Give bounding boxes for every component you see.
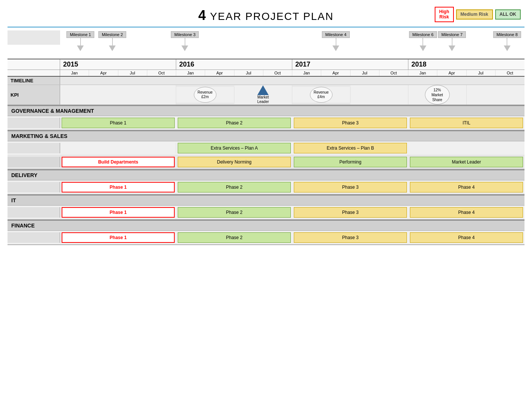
- mkt-extra-plan-a[interactable]: Extra Services – Plan A: [176, 143, 292, 153]
- marketing-header-label: MARKETING & SALES: [8, 131, 524, 141]
- main-content: :root { --lw: 140px; --cw: calc((100% - …: [8, 30, 524, 245]
- year-2015: 2015: [60, 59, 176, 70]
- header: 4 YEAR PROJECT PLAN HighRisk Medium Risk…: [8, 4, 524, 25]
- mkt-build-dept[interactable]: Build Departments: [60, 157, 176, 167]
- it-phase3[interactable]: Phase 3: [292, 207, 408, 218]
- fin-phase2[interactable]: Phase 2: [176, 232, 292, 243]
- milestone-1: Milestone 1: [66, 31, 94, 51]
- milestone-overlay: :root { --lw: 140px; --cw: calc((100% - …: [8, 30, 524, 59]
- month-apr-3: Apr: [321, 70, 350, 76]
- month-jul-4: Jul: [467, 70, 496, 76]
- del-phase1[interactable]: Phase 1: [60, 182, 176, 192]
- fin-phase3[interactable]: Phase 3: [292, 232, 408, 243]
- year-2017: 2017: [292, 59, 408, 70]
- fin-phase4[interactable]: Phase 4: [408, 232, 524, 243]
- marketing-row-2: Build Departments Delivery Norming Perfo…: [8, 155, 524, 170]
- finance-row-1: Phase 1 Phase 2 Phase 3 Phase 4: [8, 231, 524, 245]
- gov-phase3[interactable]: Phase 3: [292, 118, 408, 128]
- year-2016: 2016: [176, 59, 292, 70]
- it-phase1[interactable]: Phase 1: [60, 207, 176, 218]
- it-row-1: Phase 1 Phase 2 Phase 3 Phase 4: [8, 206, 524, 220]
- month-oct-2: Oct: [263, 70, 292, 76]
- finance-header-label: FINANCE: [8, 221, 524, 230]
- mkt-performing[interactable]: Performing: [292, 157, 408, 167]
- month-oct-3: Oct: [379, 70, 408, 76]
- month-jan-2: Jan: [176, 70, 205, 76]
- milestone-3: Milestone 3: [171, 31, 199, 51]
- fin-phase1[interactable]: Phase 1: [60, 232, 176, 243]
- month-apr-2: Apr: [205, 70, 234, 76]
- month-jan-3: Jan: [292, 70, 321, 76]
- it-phase2[interactable]: Phase 2: [176, 207, 292, 218]
- page-title: 4 YEAR PROJECT PLAN: [198, 8, 334, 23]
- legend-medium-risk: Medium Risk: [456, 9, 493, 19]
- month-oct-4: Oct: [496, 70, 524, 76]
- delivery-header: DELIVERY: [8, 170, 524, 180]
- month-apr-4: Apr: [437, 70, 466, 76]
- finance-header: FINANCE: [8, 220, 524, 231]
- kpi-row: KPI Revenue£2m MarketLeader Revenue£4m: [8, 85, 524, 105]
- milestone-2: Milestone 2: [98, 31, 126, 51]
- legend-all-ok: ALL OK: [495, 9, 521, 19]
- it-header: IT: [8, 195, 524, 206]
- month-jan-1: Jan: [60, 70, 89, 76]
- kpi-revenue-4m: Revenue£4m: [292, 87, 351, 103]
- gov-itil[interactable]: ITIL: [408, 118, 524, 128]
- month-jul-2: Jul: [234, 70, 263, 76]
- svg-marker-0: [257, 85, 269, 95]
- header-divider: [8, 27, 524, 27]
- legend: HighRisk Medium Risk ALL OK: [435, 7, 521, 22]
- it-header-label: IT: [8, 195, 524, 205]
- month-jan-4: Jan: [408, 70, 437, 76]
- legend-high-risk: HighRisk: [435, 7, 454, 22]
- kpi-label: KPI: [8, 85, 60, 105]
- month-apr-1: Apr: [89, 70, 118, 76]
- page: 4 YEAR PROJECT PLAN HighRisk Medium Risk…: [0, 0, 532, 249]
- milestone-6: Milestone 6: [409, 31, 437, 51]
- gov-phase2[interactable]: Phase 2: [176, 118, 292, 128]
- del-phase2[interactable]: Phase 2: [176, 182, 292, 192]
- month-jul-1: Jul: [118, 70, 147, 76]
- mkt-market-leader[interactable]: Market Leader: [408, 157, 524, 167]
- milestone-4: Milestone 4: [322, 31, 350, 51]
- gov-phase1[interactable]: Phase 1: [60, 118, 176, 128]
- kpi-revenue-2m: Revenue£2m: [176, 87, 234, 103]
- timeline-label: TIMELINE: [8, 77, 60, 85]
- marketing-row-1: Extra Services – Plan A Extra Services –…: [8, 141, 524, 155]
- timeline-row: TIMELINE: [8, 77, 524, 85]
- month-oct-1: Oct: [147, 70, 176, 76]
- governance-row-1: Phase 1 Phase 2 Phase 3 ITIL: [8, 116, 524, 130]
- del-phase3[interactable]: Phase 3: [292, 182, 408, 192]
- month-labels-row: Jan Apr Jul Oct Jan Apr Jul Oct Jan Apr …: [8, 70, 524, 77]
- milestone-7: Milestone 7: [438, 31, 466, 51]
- delivery-row-1: Phase 1 Phase 2 Phase 3 Phase 4: [8, 180, 524, 195]
- governance-header-label: GOVERNANCE & MANAGEMENT: [8, 106, 524, 116]
- kpi-market-leader-triangle: MarketLeader: [234, 85, 293, 104]
- marketing-header: MARKETING & SALES: [8, 130, 524, 141]
- year-2018: 2018: [408, 59, 524, 70]
- mkt-extra-plan-b[interactable]: Extra Services – Plan B: [292, 143, 408, 153]
- kpi-market-share: 12%MarketShare: [408, 85, 467, 105]
- year-labels-row: 2015 2016 2017 2018: [8, 59, 524, 70]
- milestone-8: Milestone 8: [493, 31, 521, 51]
- mkt-delivery-norming[interactable]: Delivery Norming: [176, 157, 292, 167]
- governance-header: GOVERNANCE & MANAGEMENT: [8, 105, 524, 116]
- month-jul-3: Jul: [351, 70, 379, 76]
- delivery-header-label: DELIVERY: [8, 170, 524, 180]
- del-phase4[interactable]: Phase 4: [408, 182, 524, 192]
- it-phase4[interactable]: Phase 4: [408, 207, 524, 218]
